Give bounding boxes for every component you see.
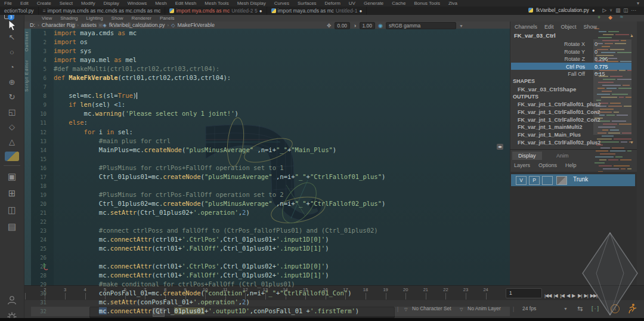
flask-tool[interactable]: △	[0, 137, 24, 146]
custom-tool[interactable]: ◇	[0, 122, 24, 131]
step-back-frame-button[interactable]: ¦|◀	[559, 293, 565, 298]
time-slider[interactable]: 23456789101112131415161718192021222324	[24, 285, 503, 301]
lasso-tool[interactable]: ○	[0, 48, 24, 57]
layer-row[interactable]: VPTrunk	[511, 174, 635, 186]
menu-generate[interactable]: Generate	[360, 1, 388, 6]
paint-select-tool[interactable]: ◔	[0, 63, 24, 72]
go-to-start-button[interactable]: |◀◀	[543, 293, 552, 298]
move-tool[interactable]: ⊕	[0, 78, 24, 87]
shape-node-name[interactable]: FK_var_03_CtrlShape	[518, 86, 576, 92]
axis-gizmo-icon[interactable]: +	[597, 14, 600, 20]
selected-node-name[interactable]: FK_var_03_Ctrl	[514, 32, 556, 39]
attr-value-rotate-z[interactable]: 8.296	[595, 56, 608, 62]
editor-tab-3[interactable]: import maya.cmds as mcUntitled-1●	[267, 7, 367, 15]
account-icon[interactable]	[7, 295, 17, 305]
editor-tab-2[interactable]: import mya.cmds as mcUntitled-2 5●	[165, 7, 267, 15]
attr-label-rotate-x[interactable]: Rotate X	[510, 41, 585, 47]
scroll-down-icon[interactable]: ▼	[630, 140, 634, 144]
playback-loop-icon[interactable]: ⇆	[577, 305, 583, 313]
select-tool[interactable]: ↖	[0, 33, 24, 42]
attr-value-fall-off[interactable]: 0.15	[595, 71, 605, 77]
menu-windows[interactable]: Windows	[123, 1, 151, 6]
menu-curves[interactable]: Curves	[270, 1, 293, 6]
channel-box-menu-show[interactable]: Show	[584, 24, 597, 30]
menu-surfaces[interactable]: Surfaces	[293, 1, 321, 6]
attr-label-rotate-y[interactable]: Rotate Y	[510, 49, 585, 55]
anim-layer-arrow-icon[interactable]: ▽	[460, 307, 463, 312]
channel-box-menu-edit[interactable]: Edit	[544, 24, 554, 30]
more-actions-button[interactable]: ⋯	[631, 7, 636, 13]
menu-display[interactable]: Display	[100, 1, 123, 6]
run-chevron-icon[interactable]: ∨	[609, 8, 612, 13]
play-backward-button[interactable]: ◀	[565, 293, 571, 298]
editor-tab-0[interactable]: ectionTool.py	[0, 7, 39, 15]
layout-two-pane-button[interactable]: ◫	[0, 205, 24, 215]
scale-tool[interactable]: ◱	[0, 107, 24, 116]
output-node[interactable]: FK_var_jnt_1_CtrlFallof02_plus2	[518, 140, 601, 146]
character-set-arrow-icon[interactable]: ▽	[404, 307, 407, 312]
menu-edit-mesh[interactable]: Edit Mesh	[171, 1, 201, 6]
scroll-up-icon[interactable]: ▲	[630, 33, 634, 38]
range-slider-handle[interactable]: 1	[153, 308, 165, 317]
layer-visible-toggle[interactable]: V	[516, 176, 527, 185]
step-forward-key-button[interactable]: ▶|	[583, 293, 589, 298]
attr-value-ctrl-pos[interactable]: 0.775	[595, 64, 608, 70]
character-set-dropdown[interactable]: No Character Set	[412, 305, 451, 311]
breadcrumb-item[interactable]: fkVaribel_calculation.py	[109, 22, 165, 28]
panel-menu-view[interactable]: View	[42, 16, 52, 21]
menu-bonus-tools[interactable]: Bonus Tools	[410, 1, 444, 6]
view-transform-dropdown[interactable]: sRGB gamma	[386, 22, 456, 29]
anim-layer-dropdown[interactable]: No Anim Layer	[467, 305, 501, 311]
panel-menu-lighting[interactable]: Lighting	[86, 16, 103, 21]
play-forward-button[interactable]: ▶	[571, 293, 576, 298]
view-transform-icon[interactable]: ◉	[378, 23, 383, 29]
output-node[interactable]: FK_var_jnt_1_CtrlFallof01_plus2	[518, 101, 601, 107]
channel-box-menu-object[interactable]: Object	[561, 24, 577, 30]
columns-layout-button[interactable]: ◫	[623, 7, 628, 13]
fps-dropdown[interactable]: 24 fps	[522, 305, 536, 311]
tool-window-tab-outliner[interactable]: Outliner	[24, 31, 29, 51]
auto-key-runner-icon[interactable]	[627, 303, 637, 314]
clamp-brackets-icon[interactable]: [·]	[592, 305, 600, 311]
panel-menu-renderer[interactable]: Renderer	[132, 16, 151, 21]
active-editor-tab[interactable]: fkVaribel_calculation.py ● ▷ ∨ ▥ ◫ ⋯	[528, 7, 636, 13]
split-editor-button[interactable]: ▥	[615, 7, 620, 13]
output-node[interactable]: FK_var_jnt_1_CtrlFallof02_Con2	[518, 117, 600, 123]
graph-icon[interactable]: ≈	[620, 14, 623, 20]
breadcrumb-item[interactable]: D:	[30, 22, 35, 28]
go-to-end-button[interactable]: ▶▶|	[589, 293, 598, 298]
layer-menu-help[interactable]: Help	[565, 162, 577, 168]
run-button[interactable]: ▷	[603, 7, 607, 13]
panel-menu-shading[interactable]: Shading	[60, 16, 78, 21]
editor-tab-1[interactable]: ≡import maya.cmds as mc.cmds as mc.cmds …	[39, 7, 166, 15]
menu-mesh-tools[interactable]: Mesh Tools	[200, 1, 233, 6]
layer-color-swatch[interactable]	[556, 176, 567, 185]
panel-menu-show[interactable]: Show	[112, 16, 123, 21]
layer-menu-layers[interactable]: Layers	[514, 162, 530, 168]
channel-box-menu-channels[interactable]: Channels	[515, 24, 537, 30]
exposure-field[interactable]: 0.00	[335, 22, 351, 29]
breadcrumb-item[interactable]: Character Rig	[42, 22, 75, 28]
layer-editor-tab-anim[interactable]: Anim	[550, 152, 575, 160]
layer-reference-toggle[interactable]	[542, 176, 553, 185]
menu-uv[interactable]: UV	[345, 1, 360, 6]
attr-value-rotate-y[interactable]: 0	[595, 49, 597, 55]
update-icon[interactable]: ↓	[611, 304, 620, 313]
breadcrumb-item[interactable]: MakeFkVerable	[177, 22, 215, 28]
layout-single-pane-button[interactable]: ▣	[0, 171, 24, 182]
output-node[interactable]: FK_var_jnt_1_mainMulti2	[518, 124, 583, 130]
menu-modify[interactable]: Modify	[77, 1, 100, 6]
layout-outliner-button[interactable]: ▤	[0, 221, 24, 232]
output-node[interactable]: FK_var_jnt_1_CtrlFallof01_Con2	[518, 109, 600, 115]
menu-file[interactable]: File	[0, 1, 16, 6]
tool-window-tab-script-editor[interactable]: Script Editor	[24, 60, 29, 92]
attr-label-rotate-z[interactable]: Rotate Z	[510, 56, 585, 62]
rotate-tool[interactable]: ↻	[0, 92, 24, 101]
step-back-key-button[interactable]: |◀	[552, 293, 558, 298]
layer-editor-tab-display[interactable]: Display	[512, 152, 542, 160]
view-transform-arrow-icon[interactable]: ▼	[459, 24, 463, 28]
menu-create[interactable]: Create	[33, 1, 55, 6]
menubar-chevron-icon[interactable]: ▾	[637, 1, 639, 6]
layer-playback-toggle[interactable]: P	[529, 176, 540, 185]
breadcrumb[interactable]: D:›Character Rig›assets›◈fkVaribel_calcu…	[30, 22, 215, 28]
